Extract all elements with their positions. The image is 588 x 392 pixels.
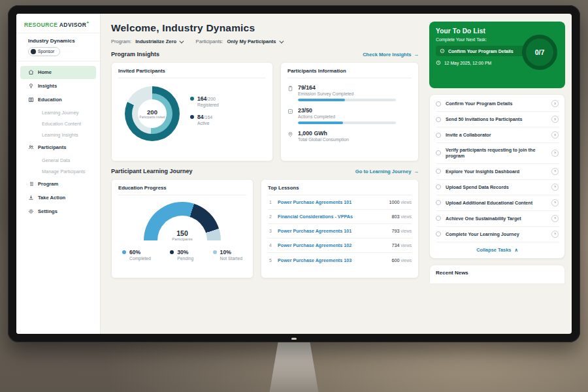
- chevron-right-icon[interactable]: ›: [551, 116, 559, 123]
- donut-center-value: 200: [147, 108, 157, 116]
- task-item[interactable]: Verify participants requesting to join t…: [436, 143, 559, 164]
- arrow-right-icon: →: [414, 52, 419, 57]
- legend-label: Active: [197, 121, 212, 125]
- sidebar-item-settings[interactable]: Settings: [20, 205, 96, 218]
- lesson-link[interactable]: Power Purchase Agreements 102: [278, 242, 387, 248]
- clock-icon: [436, 60, 441, 65]
- sponsor-label: Sponsor: [38, 49, 54, 54]
- bulb-icon: [28, 83, 34, 89]
- task-item[interactable]: Send 50 Invitations to Participants ›: [436, 112, 559, 127]
- sidebar-item-education[interactable]: Education: [20, 93, 96, 106]
- stat-global-consumption: 1,000 GWh Total Global Consumption: [287, 130, 412, 142]
- sidebar-item-participants[interactable]: Participants: [20, 141, 96, 154]
- monitor-stand: [238, 340, 350, 392]
- task-item[interactable]: Complete Your Learning Journey ›: [436, 227, 559, 242]
- chevron-right-icon[interactable]: ›: [551, 131, 559, 139]
- sidebar-item-take-action[interactable]: Take Action: [20, 191, 96, 204]
- lesson-link[interactable]: Power Purchase Agreements 101: [278, 228, 387, 234]
- sidebar-item-education-content[interactable]: Education Content: [20, 118, 96, 129]
- task-item[interactable]: Upload Additional Educational Content ›: [436, 195, 559, 211]
- lesson-rank: 1: [268, 200, 273, 204]
- card-title: Education Progress: [118, 185, 246, 195]
- participants-information-card: Participants Information 79/164 Emission…: [280, 62, 419, 161]
- lesson-link[interactable]: Financial Considerations - VPPAs: [278, 214, 387, 220]
- stat-value: 79/164: [298, 84, 396, 91]
- task-label: Complete Your Learning Journey: [446, 231, 547, 237]
- legend-dot: [213, 250, 217, 254]
- chevron-right-icon[interactable]: ›: [551, 100, 559, 107]
- sponsor-badge[interactable]: Sponsor: [28, 47, 60, 56]
- chevron-right-icon[interactable]: ›: [551, 168, 559, 175]
- todo-progress-ring: 0/7: [522, 35, 557, 70]
- program-select[interactable]: Industrialize Zero: [135, 39, 182, 44]
- card-title: Top Lessons: [268, 185, 412, 195]
- lesson-row[interactable]: 4 Power Purchase Agreements 102 734 view…: [268, 238, 412, 253]
- task-checkbox[interactable]: [436, 133, 441, 138]
- sidebar-subitem-label: Education Content: [42, 121, 81, 127]
- task-item[interactable]: Explore Your Insights Dashboard ›: [436, 164, 559, 180]
- sidebar-item-insights[interactable]: Insights: [20, 80, 96, 93]
- sidebar-item-general-data[interactable]: General Data: [20, 155, 96, 166]
- task-item[interactable]: Confirm Your Program Details ›: [436, 96, 559, 112]
- lesson-views-value: 1000: [389, 199, 400, 205]
- task-item[interactable]: Upload Spend Data Records ›: [436, 180, 559, 195]
- program-filter-label: Program:: [111, 39, 131, 44]
- learning-journey-cards: Education Progress 150 Participants: [111, 179, 419, 278]
- program-insights-header: Program Insights Check More Insights →: [111, 51, 419, 57]
- recent-news-card: Recent News: [429, 265, 565, 284]
- sidebar-subitem-label: General Data: [42, 157, 70, 163]
- todo-tasks-card: Confirm Your Program Details › Send 50 I…: [429, 94, 565, 259]
- lesson-row[interactable]: 1 Power Purchase Agreements 101 1000 vie…: [268, 195, 412, 210]
- lesson-views-value: 734: [392, 242, 400, 248]
- monitor-logo-dot: [291, 338, 297, 340]
- task-checkbox[interactable]: [436, 150, 441, 155]
- sidebar-subitem-label: Learning Journey: [42, 110, 78, 116]
- legend-label: Pending: [177, 256, 193, 261]
- participants-select-value: Only My Participants: [227, 39, 276, 44]
- sidebar-item-program[interactable]: Program: [20, 178, 96, 191]
- task-checkbox[interactable]: [436, 117, 441, 122]
- task-checkbox[interactable]: [436, 200, 441, 205]
- progress-fill: [298, 122, 343, 124]
- progress-track: [298, 122, 396, 124]
- sidebar-item-learning-insights[interactable]: Learning Insights: [20, 129, 96, 140]
- task-checkbox[interactable]: [436, 101, 441, 106]
- sidebar-item-learning-journey[interactable]: Learning Journey: [20, 107, 96, 118]
- dashboard-screen: RESOURCE ADVISOR+ Industry Dynamics Spon…: [16, 14, 572, 334]
- app-logo: RESOURCE ADVISOR+: [16, 20, 100, 33]
- check-more-insights-link[interactable]: Check More Insights →: [363, 52, 419, 57]
- gauge-legend: 60% Completed 30% Pending: [118, 241, 246, 261]
- sidebar-item-label: Participants: [38, 144, 66, 150]
- task-checkbox[interactable]: [436, 169, 441, 174]
- legend-not-started: 10% Not Started: [213, 249, 242, 261]
- sidebar-item-home[interactable]: Home: [20, 66, 96, 79]
- lesson-views-suffix: views: [401, 243, 412, 248]
- task-checkbox[interactable]: [436, 231, 441, 237]
- sidebar-nav: Home Insights Education Learning Journey…: [16, 61, 100, 218]
- legend-value: 30%: [177, 249, 193, 255]
- go-to-learning-journey-link[interactable]: Go to Learning Journey →: [355, 169, 419, 174]
- lesson-link[interactable]: Power Purchase Agreements 101: [278, 199, 385, 205]
- chevron-right-icon[interactable]: ›: [551, 184, 559, 191]
- task-item[interactable]: Invite a Collaborator ›: [436, 127, 559, 143]
- chevron-down-icon: [180, 39, 184, 43]
- legend-label: Completed: [129, 256, 151, 261]
- chevron-right-icon[interactable]: ›: [551, 199, 559, 206]
- chevron-right-icon[interactable]: ›: [551, 150, 559, 157]
- lesson-row[interactable]: 3 Power Purchase Agreements 101 793 view…: [268, 224, 412, 238]
- collapse-tasks-button[interactable]: Collapse Tasks ∧: [436, 242, 559, 257]
- todo-next-task[interactable]: Confirm Your Program Details: [436, 46, 526, 56]
- users-icon: [28, 144, 34, 150]
- lesson-row[interactable]: 5 Power Purchase Agreements 103 600 view…: [268, 253, 412, 267]
- task-checkbox[interactable]: [436, 216, 441, 221]
- chevron-right-icon[interactable]: ›: [551, 231, 559, 238]
- lesson-link[interactable]: Power Purchase Agreements 103: [278, 257, 387, 263]
- top-lessons-card: Top Lessons 1 Power Purchase Agreements …: [261, 179, 419, 278]
- task-item[interactable]: Achieve One Sustainability Target ›: [436, 211, 559, 227]
- sidebar-item-manage-participants[interactable]: Manage Participants: [20, 166, 96, 177]
- participants-select[interactable]: Only My Participants: [227, 39, 282, 44]
- chevron-right-icon[interactable]: ›: [551, 215, 559, 222]
- lesson-row[interactable]: 2 Financial Considerations - VPPAs 803 v…: [268, 210, 412, 224]
- task-checkbox[interactable]: [436, 184, 441, 189]
- lesson-views-suffix: views: [401, 229, 412, 233]
